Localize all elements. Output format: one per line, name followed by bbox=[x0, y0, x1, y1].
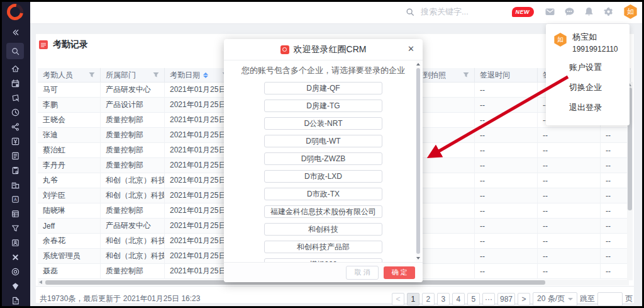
column-header[interactable]: 所属部门 bbox=[101, 68, 165, 83]
jump-page-input[interactable] bbox=[597, 292, 623, 306]
sidebar-item-collapse[interactable] bbox=[0, 24, 30, 40]
filter-icon[interactable] bbox=[463, 72, 469, 78]
topbar-actions: NEW 如 bbox=[512, 0, 638, 23]
company-option[interactable]: D弱电-ZWZB bbox=[264, 152, 382, 165]
sidebar-item-time[interactable] bbox=[0, 105, 30, 120]
sidebar-item-table[interactable] bbox=[0, 207, 30, 221]
filter-icon[interactable] bbox=[153, 72, 159, 78]
table-cell: -- bbox=[601, 173, 631, 188]
dialog-subtitle: 您的账号包含多个企业，请选择要登录的企业 bbox=[224, 65, 423, 76]
sidebar-item-close[interactable] bbox=[0, 250, 30, 265]
sidebar-item-file[interactable] bbox=[0, 294, 30, 308]
dialog-scrollbar[interactable] bbox=[416, 61, 421, 261]
coin-icon bbox=[11, 267, 20, 277]
table-cell: 产品研发中心 bbox=[101, 219, 165, 234]
record-summary: 共19730条，最后更新于 2021年01月25日 16:23 bbox=[40, 294, 200, 304]
sidebar-item-territory[interactable] bbox=[0, 91, 30, 105]
table-cell: 质量控制部 bbox=[101, 143, 165, 158]
table-cell: 质量控制部 bbox=[101, 264, 165, 279]
page-button[interactable]: 5 bbox=[467, 293, 480, 305]
user-avatar[interactable]: 如 bbox=[623, 4, 638, 19]
gear-icon[interactable] bbox=[603, 6, 614, 17]
scroll-up-arrow-icon[interactable] bbox=[416, 63, 420, 66]
bell-icon[interactable] bbox=[584, 6, 594, 17]
page-size-select[interactable]: 20 条/页 bbox=[533, 292, 577, 306]
chat-icon[interactable] bbox=[564, 6, 575, 17]
jump-unit: 页 bbox=[625, 294, 633, 304]
table-cell: 聂磊 bbox=[38, 264, 101, 279]
sidebar-item-clipboard[interactable] bbox=[0, 163, 30, 178]
page-button[interactable]: 4 bbox=[452, 293, 465, 305]
scroll-left-arrow-icon[interactable] bbox=[39, 280, 42, 284]
table-cell: 质量控制部 bbox=[101, 113, 165, 128]
table-cell: -- bbox=[538, 173, 601, 188]
company-option[interactable]: 和创科技 bbox=[264, 223, 382, 236]
cancel-button[interactable]: 取 消 bbox=[346, 266, 379, 280]
sidebar-item-person-box[interactable] bbox=[0, 236, 30, 250]
close-icon bbox=[11, 253, 20, 262]
table-cell: 系统管理员 bbox=[38, 249, 101, 264]
global-search[interactable] bbox=[406, 0, 516, 23]
table-cell: 刘学臣 bbox=[38, 188, 101, 203]
page-button[interactable]: 3 bbox=[437, 293, 450, 305]
company-option[interactable]: D市政-LXD bbox=[264, 170, 382, 183]
sidebar-item-calendar[interactable] bbox=[0, 76, 30, 91]
company-option[interactable]: D公装-NRT bbox=[264, 117, 382, 130]
collapse-icon bbox=[11, 28, 20, 37]
sidebar-item-gem[interactable] bbox=[0, 279, 30, 294]
idcard-icon: A bbox=[11, 195, 20, 204]
sidebar-item-money[interactable] bbox=[0, 134, 30, 149]
table-cell: -- bbox=[601, 143, 631, 158]
company-option[interactable]: 和创科技产品部 bbox=[264, 241, 382, 253]
page-button[interactable]: 2 bbox=[422, 293, 435, 305]
sidebar-item-search[interactable] bbox=[0, 42, 30, 60]
home-icon bbox=[11, 64, 20, 74]
company-option[interactable]: D市政-TX bbox=[264, 188, 382, 200]
prev-page-button[interactable]: < bbox=[392, 293, 404, 305]
dialog-title: 欢迎登录红圈CRM bbox=[294, 44, 367, 55]
page-button[interactable]: 987 bbox=[497, 293, 515, 305]
sidebar-item-home[interactable] bbox=[0, 62, 30, 76]
document-icon bbox=[11, 151, 20, 161]
sidebar-item-idcard[interactable]: A bbox=[0, 192, 30, 207]
page-button[interactable]: ··· bbox=[482, 293, 495, 305]
user-menu-item[interactable]: 退出登录 bbox=[546, 98, 630, 118]
table-cell: 和创（北京）科技股份... bbox=[101, 173, 165, 188]
table-cell: -- bbox=[601, 128, 631, 143]
user-menu-item[interactable]: 切换企业 bbox=[546, 77, 630, 98]
company-option[interactable]: 福建金科信息技术股份有限公司 bbox=[264, 205, 382, 218]
user-phone: 19919912110 bbox=[572, 45, 618, 54]
company-option[interactable]: D房建-TG bbox=[264, 100, 382, 112]
table-cell: -- bbox=[475, 264, 538, 279]
mail-icon[interactable] bbox=[545, 6, 555, 17]
table-cell: 和创（北京）科技股份... bbox=[101, 234, 165, 249]
column-header[interactable]: 考勤人员 bbox=[38, 68, 101, 83]
sidebar-item-share[interactable] bbox=[0, 120, 30, 134]
sidebar-item-building[interactable] bbox=[0, 178, 30, 192]
close-icon[interactable]: ✕ bbox=[408, 45, 414, 53]
user-menu-item[interactable]: 账户设置 bbox=[546, 57, 630, 77]
sort-icon[interactable] bbox=[203, 72, 208, 78]
table-cell: -- bbox=[538, 249, 601, 264]
scroll-down-arrow-icon[interactable] bbox=[416, 257, 420, 260]
table-cell: -- bbox=[475, 219, 538, 234]
table-cell: 和创（北京）科技股份... bbox=[101, 188, 165, 203]
company-option[interactable]: D弱电-WT bbox=[264, 135, 382, 147]
sidebar-item-funnel[interactable] bbox=[0, 221, 30, 236]
app-logo-icon[interactable] bbox=[7, 3, 23, 21]
dialog-scroll-thumb[interactable] bbox=[416, 68, 420, 254]
sidebar-item-document[interactable] bbox=[0, 149, 30, 163]
next-page-button[interactable]: > bbox=[518, 293, 530, 305]
column-header: 签退时间 bbox=[475, 68, 538, 83]
search-input[interactable] bbox=[419, 6, 516, 17]
dialog-header: 欢迎登录红圈CRM ✕ bbox=[224, 39, 423, 60]
filter-icon[interactable] bbox=[89, 72, 95, 78]
company-option[interactable]: D房建-QF bbox=[264, 82, 382, 94]
sidebar-item-coin[interactable] bbox=[0, 265, 30, 279]
page-button[interactable]: 1 bbox=[407, 293, 419, 305]
table-cell: -- bbox=[601, 219, 631, 234]
table-cell: 李鹏 bbox=[38, 98, 101, 113]
clipboard-icon bbox=[11, 166, 20, 175]
confirm-button[interactable]: 确 定 bbox=[384, 266, 415, 279]
table-cell: -- bbox=[538, 143, 601, 158]
